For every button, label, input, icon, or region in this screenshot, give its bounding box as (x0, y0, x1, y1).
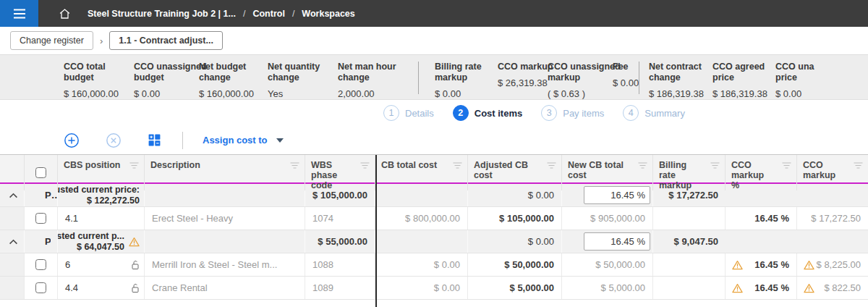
stat-label: Fee (613, 62, 639, 72)
stat-label: Net contract change (649, 62, 712, 83)
stat-cco-total-budget: CCO total budget $ 160,000.00 (64, 62, 134, 99)
header-label: New CB total cost (568, 160, 634, 180)
select-all-checkbox-cell (25, 155, 58, 190)
step-pay-items[interactable]: 3 Pay items (541, 105, 604, 121)
step-number: 3 (541, 105, 557, 121)
filter-icon[interactable] (782, 162, 791, 169)
cbs-position-cell: 4.4 (58, 277, 145, 299)
filter-icon[interactable] (290, 162, 299, 169)
filter-icon[interactable] (453, 162, 462, 169)
warning-icon (804, 260, 814, 270)
stat-cco-unagreed-price: CCO una price $ 0.00 (775, 62, 868, 99)
expand-collapse-groups-button[interactable] (148, 133, 161, 147)
header-description: Description (145, 155, 305, 190)
stat-value: $ 0.00 (613, 77, 639, 88)
stat-label: Net man hour change (338, 62, 418, 83)
adjusted-price-label: Adjusted current p... (58, 231, 124, 242)
hamburger-menu-button[interactable] (0, 0, 38, 27)
stat-value: $ 160,000.00 (64, 88, 134, 99)
stats-divider (639, 62, 639, 94)
cbs-position-cell: 6 (58, 253, 145, 276)
unlocked-icon (131, 283, 140, 293)
stat-value: ( $ 0.63 ) (548, 88, 613, 99)
top-nav-bar: Steel Structure Training Job 2 | 1... / … (0, 0, 868, 27)
filter-icon[interactable] (710, 162, 720, 169)
new-cb-total-cost-cell (375, 230, 468, 253)
stat-value: $ 160,000.00 (199, 88, 268, 99)
adjusted-current-price-cell: Adjusted current p... $ 64,047.50 (58, 230, 145, 253)
cco-markup-pct-value: 16.45 % (754, 259, 789, 270)
header-cco-markup-pct: CCO markup % (726, 155, 797, 190)
header-cb-total-cost: CB total cost (375, 155, 468, 190)
step-details[interactable]: 1 Details (383, 105, 434, 121)
row-checkbox[interactable] (35, 259, 46, 270)
collapse-group-cell[interactable] (0, 230, 25, 253)
home-button[interactable] (58, 7, 72, 20)
frozen-column-divider (375, 155, 377, 307)
register-tab-row: Change register › 1.1 - Contract adjust.… (0, 27, 868, 54)
cost-items-grid: CBS position Description WBS phase code … (0, 154, 868, 307)
breadcrumb-separator: / (243, 9, 245, 19)
delete-row-button-disabled[interactable] (106, 133, 122, 148)
wizard-stepper: 1 Details 2 Cost items 3 Pay items 4 Sum… (0, 100, 868, 126)
billing-rate-markup-cell (653, 253, 726, 276)
warning-icon (732, 260, 743, 270)
cco-markup-value: $ 8,225.00 (817, 259, 861, 270)
stat-label: CCO unassigned budget (134, 62, 199, 83)
step-number: 4 (623, 105, 639, 121)
new-cb-total-cost-cell: $ 5,000.00 (562, 277, 653, 299)
step-label: Cost items (475, 108, 522, 119)
breadcrumb-workspaces[interactable]: Workspaces (302, 9, 354, 19)
filter-icon[interactable] (129, 162, 139, 169)
expand-column-header (0, 155, 25, 190)
description-cell: Erect Steel - Heavy (145, 207, 305, 230)
stat-label: CCO total budget (64, 62, 134, 83)
cco-markup-value: $ 822.50 (824, 282, 861, 293)
billing-rate-markup-cell: $ 0.00 (468, 230, 562, 253)
breadcrumb-control[interactable]: Control (252, 9, 284, 19)
cco-markup-pct-input[interactable] (584, 232, 650, 251)
billing-rate-markup-cell (653, 277, 726, 299)
header-label: Description (150, 160, 200, 170)
filter-icon[interactable] (854, 162, 863, 169)
adjusted-price-value: $ 122,272.50 (58, 195, 140, 206)
expand-collapse-grid-icon (148, 133, 161, 147)
stat-cco-unassigned-budget: CCO unassigned budget $ 0.00 (134, 62, 199, 99)
breadcrumb-separator: / (292, 9, 294, 19)
change-register-button[interactable]: Change register (10, 31, 93, 50)
step-summary[interactable]: 4 Summary (623, 105, 685, 121)
active-contract-tab[interactable]: 1.1 - Contract adjust... (109, 31, 223, 50)
cost-item-row: 4.1 Erect Steel - Heavy 1074 $ 800,000.0… (0, 207, 868, 230)
wbs-phase-code-cell: 1074 (305, 207, 375, 230)
stat-net-quantity-change: Net quantity change Yes (268, 62, 338, 99)
step-cost-items[interactable]: 2 Cost items (453, 105, 522, 121)
cco-markup-pct-cell[interactable]: 16.45 % (726, 207, 797, 230)
chevron-up-icon (9, 239, 18, 245)
select-all-checkbox[interactable] (35, 167, 46, 178)
wbs-phase-code-cell: 1088 (305, 253, 375, 276)
cb-total-cost-cell: $ 0.00 (375, 277, 468, 299)
filter-icon[interactable] (360, 162, 370, 169)
step-label: Summary (644, 108, 685, 119)
breadcrumb-project[interactable]: Steel Structure Training Job 2 | 1... (88, 9, 236, 19)
cco-markup-pct-value: 16.45 % (754, 282, 789, 293)
row-checkbox[interactable] (35, 213, 46, 224)
stat-label: Billing rate markup (435, 62, 498, 83)
cco-markup-pct-cell[interactable]: 16.45 % (726, 277, 797, 299)
warning-icon (129, 237, 140, 247)
wbs-phase-code-cell: 1089 (305, 277, 375, 299)
add-row-button[interactable] (64, 133, 80, 148)
header-billing-rate-markup: Billing rate markup (653, 155, 726, 190)
row-checkbox[interactable] (35, 282, 46, 293)
grid-header-row: CBS position Description WBS phase code … (0, 155, 868, 184)
x-circle-icon (106, 133, 122, 148)
stats-divider (418, 62, 419, 94)
stat-label: Net quantity change (268, 62, 338, 83)
pay-item-group-row: Pay item CCO-001 - Additional Steel Work… (0, 230, 868, 253)
assign-cost-to-dropdown[interactable]: Assign cost to (203, 135, 284, 146)
filter-icon[interactable] (547, 162, 556, 169)
adjusted-cb-cost-cell: $ 50,000.00 (468, 253, 562, 276)
expand-cell (0, 207, 25, 230)
filter-icon[interactable] (638, 162, 647, 169)
cco-markup-pct-cell[interactable]: 16.45 % (726, 253, 797, 276)
